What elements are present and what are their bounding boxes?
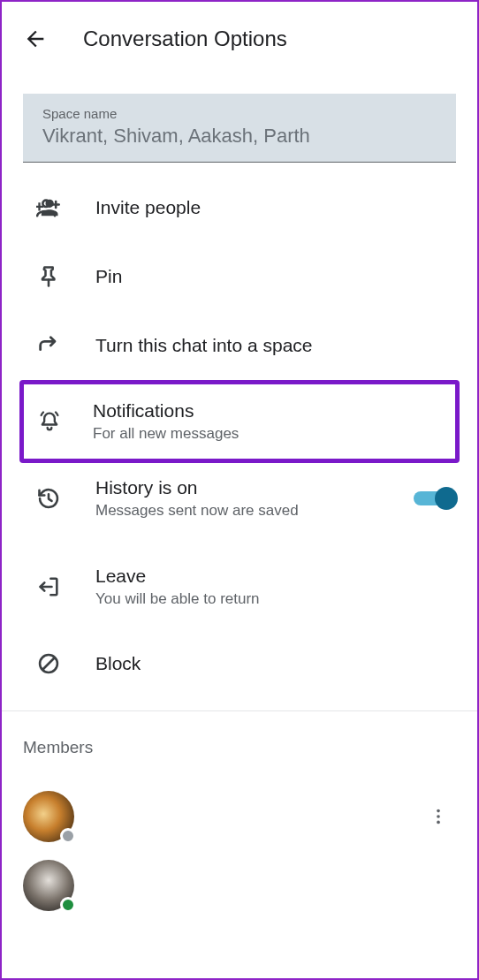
- notifications-highlight: Notifications For all new messages: [19, 380, 460, 463]
- page-title: Conversation Options: [83, 27, 287, 51]
- invite-people-row[interactable]: Invite people: [2, 173, 477, 242]
- leave-sub: You will be able to return: [95, 590, 456, 608]
- history-row[interactable]: History is on Messages sent now are save…: [2, 463, 477, 541]
- pin-row[interactable]: Pin: [2, 242, 477, 311]
- members-section: Members: [2, 711, 477, 929]
- space-name-field[interactable]: Space name: [23, 94, 456, 163]
- svg-point-8: [437, 815, 440, 818]
- block-icon: [35, 650, 62, 677]
- space-name-label: Space name: [42, 106, 437, 121]
- member-row[interactable]: [23, 851, 456, 920]
- leave-row[interactable]: Leave You will be able to return: [2, 541, 477, 629]
- toggle-thumb: [435, 487, 458, 510]
- back-button[interactable]: [21, 25, 49, 53]
- arrow-turn-right-icon: [35, 332, 62, 359]
- options-list: Invite people Pin Turn this chat into a …: [2, 163, 477, 698]
- status-away-icon: [60, 828, 76, 844]
- block-label: Block: [95, 653, 456, 674]
- person-add-icon: [35, 194, 62, 221]
- history-icon: [35, 485, 62, 512]
- member-row[interactable]: [23, 782, 456, 851]
- avatar: [23, 791, 74, 842]
- status-online-icon: [60, 897, 76, 913]
- member-more-button[interactable]: [421, 799, 456, 834]
- avatar: [23, 860, 74, 911]
- notifications-sub: For all new messages: [93, 425, 434, 443]
- leave-label: Leave: [95, 566, 456, 587]
- history-label: History is on: [95, 477, 414, 498]
- space-name-input[interactable]: [42, 125, 437, 148]
- header: Conversation Options: [2, 2, 477, 76]
- more-vertical-icon: [429, 807, 448, 826]
- history-sub: Messages sent now are saved: [95, 502, 414, 520]
- pin-icon: [35, 263, 62, 290]
- pin-label: Pin: [95, 266, 456, 287]
- turn-into-space-row[interactable]: Turn this chat into a space: [2, 311, 477, 380]
- notifications-label: Notifications: [93, 400, 434, 422]
- block-row[interactable]: Block: [2, 629, 477, 698]
- history-toggle[interactable]: [414, 486, 456, 511]
- bell-ringing-icon: [36, 408, 63, 435]
- arrow-left-icon: [23, 27, 48, 51]
- turn-into-space-label: Turn this chat into a space: [95, 335, 456, 356]
- notifications-row[interactable]: Notifications For all new messages: [24, 384, 455, 459]
- invite-people-label: Invite people: [95, 197, 456, 218]
- members-title: Members: [23, 738, 456, 757]
- leave-icon: [35, 574, 62, 600]
- svg-point-9: [437, 821, 440, 824]
- svg-line-6: [42, 657, 55, 670]
- svg-point-7: [437, 809, 440, 813]
